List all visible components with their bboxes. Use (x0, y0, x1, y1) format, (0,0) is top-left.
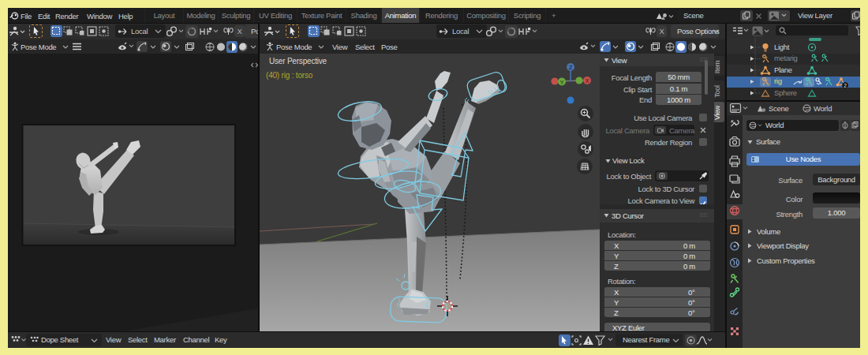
svg-text:User Perspective: User Perspective (269, 57, 327, 65)
svg-text:X: X (586, 78, 589, 84)
svg-text:Y: Y (560, 80, 564, 85)
svg-text:(40) rig : torso: (40) rig : torso (266, 71, 313, 80)
